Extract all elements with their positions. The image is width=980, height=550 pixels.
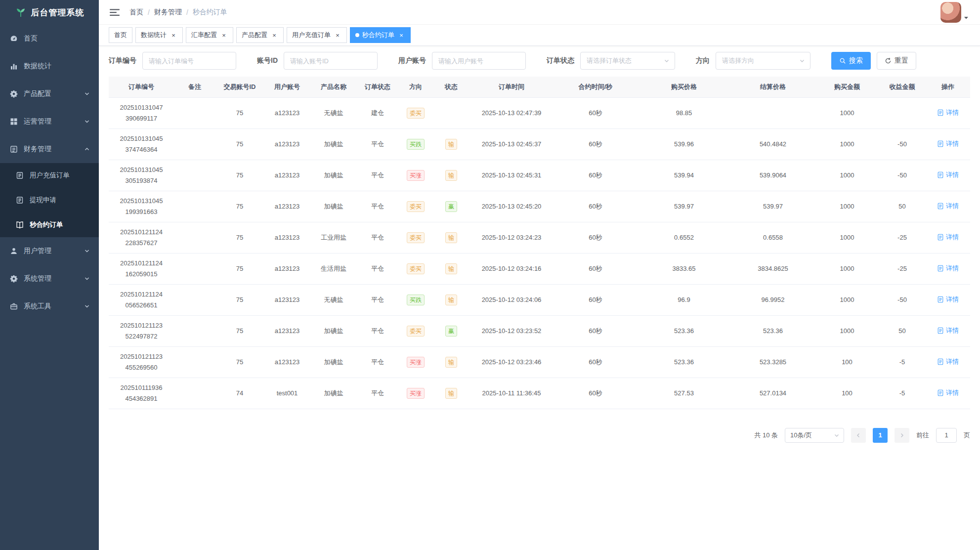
action-cell: 详情 [926,378,970,409]
status-cell: 输 [433,160,469,191]
sidebar: 后台管理系统 首页 数据统计 产品配置 运营管理 [0,0,99,550]
sidebar-item-product-config[interactable]: 产品配置 [0,80,99,108]
page-size-select[interactable]: 10条/页 [785,428,844,443]
direction-tag: 委买 [407,201,425,212]
hamburger-icon[interactable] [110,7,120,17]
filter-account-id: 账号ID [257,52,378,70]
close-icon[interactable]: × [270,31,278,39]
order-status-cell: 平仓 [357,160,398,191]
sidebar-item-user-management[interactable]: 用户管理 [0,237,99,265]
tab-recharge-orders[interactable]: 用户充值订单 × [287,27,347,43]
tab-exchange-rate-config[interactable]: 汇率配置 × [186,27,233,43]
detail-link[interactable]: 详情 [937,357,959,366]
detail-link[interactable]: 详情 [937,388,959,397]
order-status-cell: 平仓 [357,253,398,284]
page-number-button[interactable]: 1 [873,428,888,443]
detail-link[interactable]: 详情 [937,202,959,211]
sidebar-item-finance-management[interactable]: 财务管理 [0,135,99,163]
detail-link[interactable]: 详情 [937,170,959,179]
tab-label: 秒合约订单 [362,31,394,40]
sidebar-item-recharge-orders[interactable]: 用户充值订单 [0,163,99,188]
goto-page-input[interactable] [936,428,957,443]
logo-plant-icon [15,6,27,18]
sidebar-menu: 首页 数据统计 产品配置 运营管理 财务管理 [0,25,99,320]
close-icon[interactable]: × [397,31,405,39]
filter-user-account: 用户账号 [398,52,526,70]
order-no-input[interactable] [142,52,236,70]
action-cell: 详情 [926,222,970,253]
filter-label: 账号ID [257,56,278,65]
topbar: 首页 / 财务管理 / 秒合约订单 [99,0,980,25]
status-cell [433,97,469,128]
book-icon [16,221,24,229]
grid-icon [10,118,18,126]
product-name-cell: 无碘盐 [310,284,357,315]
close-icon[interactable]: × [170,31,177,39]
product-name-cell: 加碘盐 [310,315,357,346]
settle-price-cell: 523.36 [730,315,815,346]
chevron-down-icon [84,248,90,254]
col-contract-time: 合约时间/秒 [554,77,638,97]
user-icon [10,247,18,255]
table-row: 20251013104519939166375a123123加碘盐平仓委买赢20… [109,191,970,222]
detail-link-label: 详情 [946,170,959,179]
user-menu[interactable] [940,2,969,23]
detail-link[interactable]: 详情 [937,264,959,273]
breadcrumb-home[interactable]: 首页 [129,8,143,17]
direction-select[interactable]: 请选择方向 [716,52,810,70]
detail-link[interactable]: 详情 [937,233,959,242]
detail-link-label: 详情 [946,295,959,304]
reset-button[interactable]: 重置 [877,52,916,70]
order-time-cell: 2025-10-12 03:23:52 [469,315,554,346]
detail-doc-icon [937,171,944,178]
sidebar-item-withdrawal-requests[interactable]: 提现申请 [0,188,99,212]
sidebar-item-system-management[interactable]: 系统管理 [0,265,99,293]
sidebar-item-home[interactable]: 首页 [0,25,99,52]
breadcrumb-finance[interactable]: 财务管理 [154,8,182,17]
next-page-button[interactable] [895,428,909,443]
detail-link[interactable]: 详情 [937,139,959,148]
buy-price-cell: 523.36 [638,346,730,378]
col-trade-account-id: 交易账号ID [215,77,264,97]
prev-page-button[interactable] [851,428,866,443]
direction-tag: 委买 [407,263,425,274]
order-no-cell: 202510121123522497872 [109,315,174,346]
order-status-cell: 平仓 [357,284,398,315]
order-no-cell: 202510131045374746364 [109,128,174,160]
order-status-select[interactable]: 请选择订单状态 [580,52,675,70]
breadcrumb-current: 秒合约订单 [193,8,227,17]
tab-product-config[interactable]: 产品配置 × [236,27,284,43]
user-account-cell: a123123 [264,315,310,346]
sidebar-item-data-statistics[interactable]: 数据统计 [0,52,99,80]
detail-link-label: 详情 [946,139,959,148]
tab-home[interactable]: 首页 [109,27,132,43]
sidebar-item-operation-management[interactable]: 运营管理 [0,108,99,135]
close-icon[interactable]: × [334,31,341,39]
close-icon[interactable]: × [220,31,228,39]
account-id-input[interactable] [284,52,378,70]
detail-link[interactable]: 详情 [937,326,959,335]
buy-price-cell: 3833.65 [638,253,730,284]
user-account-input[interactable] [432,52,526,70]
trade-account-id-cell: 75 [215,346,264,378]
tab-seconds-contract-orders[interactable]: 秒合约订单 × [350,27,411,43]
product-name-cell: 加碘盐 [310,128,357,160]
search-button[interactable]: 搜索 [831,52,871,70]
direction-cell: 委买 [398,315,433,346]
tab-data-statistics[interactable]: 数据统计 × [135,27,183,43]
direction-cell: 买涨 [398,378,433,409]
avatar[interactable] [940,2,961,23]
page-size-value: 10条/页 [790,431,812,440]
product-name-cell: 加碘盐 [310,378,357,409]
status-cell: 赢 [433,191,469,222]
tab-label: 首页 [114,31,127,40]
direction-cell: 委买 [398,97,433,128]
status-tag: 输 [445,357,457,368]
sidebar-item-label: 秒合约订单 [30,220,63,229]
detail-link[interactable]: 详情 [937,108,959,117]
detail-doc-icon [937,234,944,241]
chevron-down-icon [84,91,90,97]
detail-link[interactable]: 详情 [937,295,959,304]
sidebar-item-seconds-contract-orders[interactable]: 秒合约订单 [0,212,99,237]
sidebar-item-system-tools[interactable]: 系统工具 [0,293,99,320]
